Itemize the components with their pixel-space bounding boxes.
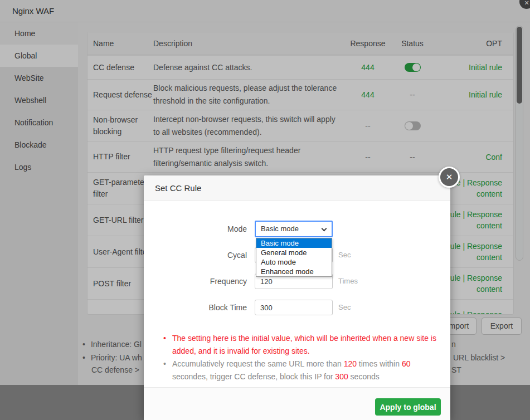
dropdown-option-auto[interactable]: Auto mode	[256, 257, 332, 267]
set-cc-rule-dialog: Set CC Rule Mode Basic mode Cycal Sec Fr…	[144, 175, 450, 420]
dialog-notes: The setting here is the initial value, w…	[163, 332, 436, 383]
frequency-unit: Times	[338, 274, 358, 289]
frequency-label: Frequency	[166, 274, 247, 289]
chevron-down-icon	[322, 226, 327, 232]
app-window: Nginx WAF ✕ Home Global WebSite Webshell…	[0, 0, 530, 420]
apply-to-global-button[interactable]: Apply to global	[375, 398, 441, 416]
cycal-unit: Sec	[338, 247, 351, 263]
mode-dropdown-list: Basic mode General mode Auto mode Enhanc…	[256, 238, 332, 277]
dialog-footer: Apply to global	[144, 387, 450, 420]
block-time-label: Block Time	[166, 300, 247, 315]
block-time-input[interactable]	[255, 300, 333, 315]
dropdown-option-enhanced[interactable]: Enhanced mode	[256, 267, 332, 276]
dropdown-option-general[interactable]: General mode	[256, 248, 332, 257]
block-time-unit: Sec	[338, 300, 351, 315]
cycal-label: Cycal	[166, 247, 247, 263]
dialog-close-icon[interactable]: ✕	[439, 167, 460, 188]
mode-label: Mode	[166, 221, 247, 237]
mode-select[interactable]: Basic mode	[255, 221, 333, 237]
dropdown-option-basic[interactable]: Basic mode	[256, 238, 332, 248]
dialog-header: Set CC Rule	[144, 175, 450, 201]
info-note: Accumulatively request the same URL more…	[163, 358, 436, 383]
dialog-title: Set CC Rule	[155, 175, 201, 201]
mode-select-value: Basic mode	[261, 224, 299, 233]
warning-note: The setting here is the initial value, w…	[163, 332, 436, 358]
